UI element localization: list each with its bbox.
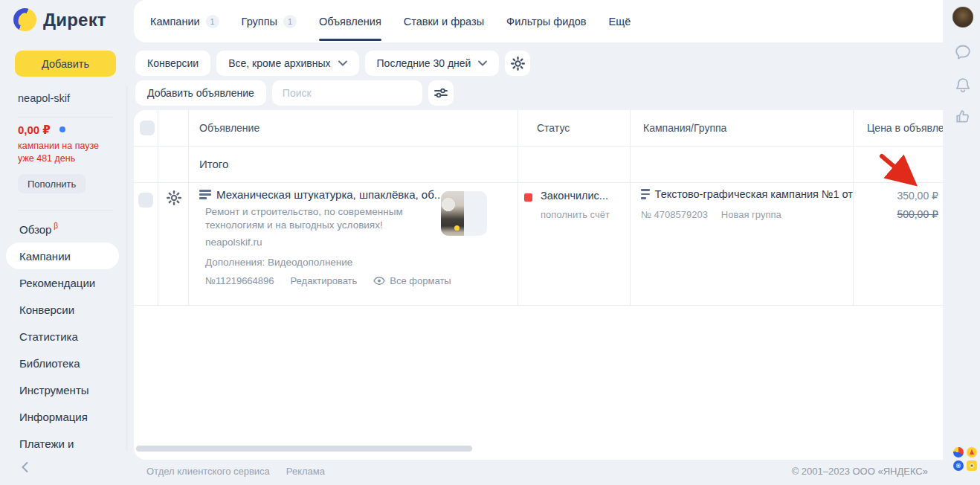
yandex-services-dock (953, 447, 977, 471)
balance-amount: 0,00 ₽ (18, 123, 51, 137)
advertising-link[interactable]: Реклама (286, 466, 325, 477)
ad-description: Ремонт и строительство, по современным т… (205, 205, 403, 232)
tab-more[interactable]: Ещё (609, 0, 631, 42)
copyright-text: © 2001–2023 ООО «ЯНДЕКС» (792, 466, 928, 477)
horizontal-scrollbar[interactable] (136, 446, 472, 452)
balance-dot-icon (59, 126, 65, 132)
topup-button[interactable]: Пополнить (18, 174, 86, 193)
sidebar-nav: Обзорβ Кампании Рекомендации Конверсии С… (0, 216, 125, 457)
bell-icon (955, 77, 970, 94)
start-app-icon[interactable] (967, 447, 977, 457)
column-divider (853, 110, 854, 305)
column-divider (630, 110, 631, 305)
select-all-checkbox[interactable] (140, 121, 155, 135)
chat-bubble-icon (955, 44, 971, 60)
yandex-direct-logo[interactable]: Директ (13, 8, 106, 31)
row-checkbox[interactable] (138, 193, 153, 208)
top-tabs-bar: Кампании 1 Группы 1 Объявления Ставки и … (134, 0, 943, 42)
footer-links: Отдел клиентского сервиса Реклама (146, 466, 325, 477)
ad-number: №11219664896 (205, 275, 274, 286)
topup-account-link[interactable]: пополнить счёт (541, 209, 610, 220)
campaign-title-link[interactable]: Текстово-графическая кампания №1 от (655, 188, 853, 200)
campaign-meta-row: № 4708579203 Новая группа (641, 209, 781, 220)
edit-link[interactable]: Редактировать (291, 275, 358, 286)
video-badge-icon (454, 225, 460, 231)
action-row: Добавить объявление (135, 80, 454, 106)
ad-thumbnail[interactable] (441, 191, 487, 236)
text-ad-icon (199, 190, 211, 199)
gear-icon (511, 57, 525, 71)
sidebar-item-payments[interactable]: Платежи и (0, 430, 125, 457)
column-header-status[interactable]: Статус (537, 122, 570, 134)
ad-price-current: 350,00 ₽ (853, 190, 938, 202)
beta-badge: β (54, 222, 58, 230)
tab-feed-filters[interactable]: Фильтры фидов (506, 0, 586, 42)
column-divider (188, 110, 189, 305)
status-stopped-icon (524, 193, 532, 202)
chevron-left-icon (18, 460, 33, 475)
sidebar-item-information[interactable]: Информация (0, 403, 125, 430)
sidebar-item-library[interactable]: Библиотека (0, 350, 125, 376)
search-input[interactable] (272, 80, 422, 106)
row-divider (134, 305, 943, 306)
notifications-button[interactable] (955, 77, 970, 97)
status-filter-dropdown[interactable]: Все, кроме архивных (216, 51, 358, 76)
feedback-button[interactable] (955, 109, 971, 128)
column-header-price[interactable]: Цена в объявле (867, 122, 943, 134)
ad-domain: neapolskif.ru (205, 237, 262, 248)
add-ad-button[interactable]: Добавить объявление (135, 80, 266, 106)
date-filter-dropdown[interactable]: Последние 30 дней (365, 51, 500, 76)
ad-thumbnail-photo (441, 191, 464, 236)
ads-table: Объявление Статус Кампания/Группа Цена в… (134, 110, 943, 460)
sidebar-item-recommendations[interactable]: Рекомендации (0, 269, 125, 296)
metrica-app-icon[interactable] (953, 447, 964, 457)
columns-settings-button[interactable] (505, 51, 530, 76)
sidebar-item-tools[interactable]: Инструменты (0, 376, 125, 403)
group-name-link[interactable]: Новая группа (721, 209, 781, 220)
add-button[interactable]: Добавить (15, 51, 116, 77)
tab-campaigns[interactable]: Кампании 1 (150, 0, 219, 42)
campaign-number: № 4708579203 (641, 209, 708, 220)
tab-campaigns-count: 1 (206, 15, 219, 28)
thumbs-up-icon (955, 109, 971, 125)
user-avatar[interactable] (952, 7, 973, 28)
sidebar-scrollbar[interactable] (126, 86, 128, 452)
alice-app-icon[interactable] (953, 460, 964, 471)
all-formats-link[interactable]: Все форматы (373, 275, 451, 286)
campaign-title-row: Текстово-графическая кампания №1 от (641, 188, 853, 200)
column-header-ad[interactable]: Объявление (199, 122, 259, 134)
gear-icon (167, 190, 181, 205)
row-settings-button[interactable] (167, 190, 181, 208)
sidebar-item-conversions[interactable]: Конверсии (0, 296, 125, 323)
logo-text: Директ (43, 10, 106, 30)
ad-price-old: 500,00 ₽ (853, 208, 938, 220)
sidebar-item-overview[interactable]: Обзорβ (0, 216, 125, 242)
ad-title-link[interactable]: Механическая штукатурка, шпаклёвка, об..… (216, 188, 443, 201)
support-chat-button[interactable] (955, 44, 971, 63)
sidebar-item-statistics[interactable]: Статистика (0, 323, 125, 350)
filter-row: Конверсии Все, кроме архивных Последние … (135, 51, 530, 76)
status-text: Закончилис... (541, 190, 608, 202)
client-service-link[interactable]: Отдел клиентского сервиса (146, 466, 270, 477)
account-username[interactable]: neapol-skif (18, 92, 70, 104)
tab-bids-phrases[interactable]: Ставки и фразы (404, 0, 484, 42)
tab-ads[interactable]: Объявления (319, 0, 381, 42)
tab-groups-count: 1 (283, 15, 297, 28)
conversions-button[interactable]: Конверсии (135, 51, 210, 76)
keyboard-app-icon[interactable] (967, 460, 977, 471)
column-divider (518, 110, 518, 305)
chevron-down-icon (478, 60, 487, 66)
tab-groups[interactable]: Группы 1 (242, 0, 297, 42)
filter-settings-button[interactable] (428, 80, 454, 106)
sidebar-item-campaigns[interactable]: Кампании (6, 242, 119, 269)
column-divider (158, 110, 158, 305)
yandex-logo-icon (13, 8, 36, 31)
sidebar-collapse-button[interactable] (18, 460, 33, 475)
row-divider (134, 182, 943, 183)
ad-title-row: Механическая штукатурка, шпаклёвка, об..… (199, 188, 443, 201)
campaign-icon (641, 189, 650, 199)
sliders-icon (434, 87, 448, 99)
ad-additions: Дополнения: Видеодополнение (205, 257, 352, 268)
sidebar-divider (18, 211, 113, 211)
column-header-campaign[interactable]: Кампания/Группа (643, 122, 726, 134)
